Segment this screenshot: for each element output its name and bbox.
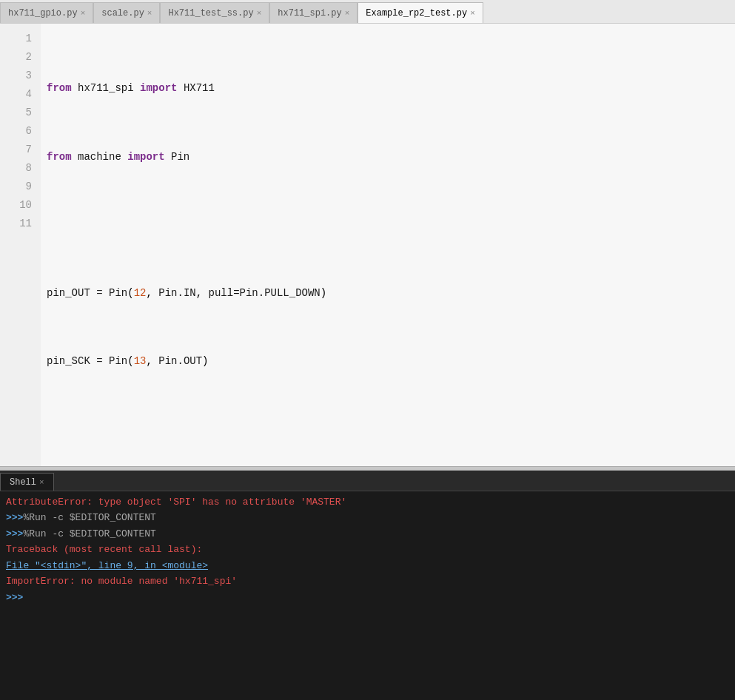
tab-close-icon[interactable]: × <box>345 9 350 18</box>
code-line-1: from hx711_spi import HX711 <box>41 79 735 98</box>
module-name: hx711_spi <box>78 80 134 96</box>
shell-import-error: ImportError: no module named 'hx711_spi' <box>6 573 729 589</box>
class-pin: Pin <box>171 149 189 165</box>
shell-prompt-2: >>> <box>6 526 23 542</box>
shell-prompt-1: >>> <box>6 510 23 525</box>
shell-cmd-2: %Run -c $EDITOR_CONTENT <box>23 526 155 542</box>
code-line-6 <box>41 420 735 439</box>
code-line-3 <box>41 216 735 235</box>
tab-label: hx711_spi.py <box>278 8 341 18</box>
shell-tab[interactable]: Shell × <box>0 473 54 491</box>
tab-hx711-gpio[interactable]: hx711_gpio.py × <box>0 2 93 23</box>
line-number: 1 <box>0 30 32 48</box>
shell-final-prompt: >>> <box>6 590 23 605</box>
class-ref-pin2: Pin <box>109 353 127 369</box>
shell-tab-bar: Shell × <box>0 471 735 491</box>
code-line-5: pin_SCK = Pin(13, Pin.OUT) <box>41 352 735 371</box>
tab-close-icon[interactable]: × <box>257 9 262 18</box>
paren-open2: ( <box>127 353 133 369</box>
tab-close-icon[interactable]: × <box>147 9 152 18</box>
keyword-from: from <box>47 149 72 165</box>
var-pin-sck: pin_SCK <box>47 353 90 369</box>
paren-close: ) <box>320 285 326 301</box>
tab-label: Example_rp2_test.py <box>366 8 467 18</box>
paren-open: ( <box>127 285 133 301</box>
shell-traceback-header: Traceback (most recent call last): <box>6 542 729 557</box>
shell-tab-label: Shell <box>10 477 36 488</box>
tab-label: hx711_gpio.py <box>8 8 78 18</box>
pin-pull-down: Pin.PULL_DOWN <box>240 285 320 301</box>
tab-example-rp2[interactable]: Example_rp2_test.py × <box>358 2 483 23</box>
number-12: 12 <box>134 285 147 301</box>
line-number: 3 <box>0 67 32 85</box>
tab-close-icon[interactable]: × <box>470 9 475 18</box>
editor-area: 1 2 3 4 5 6 7 8 9 10 11 from hx711_spi i… <box>0 24 735 466</box>
shell-prompt-line-2: >>> %Run -c $EDITOR_CONTENT <box>6 526 729 542</box>
line-number: 11 <box>0 215 32 233</box>
equals: = <box>96 285 102 301</box>
keyword-import: import <box>127 149 164 165</box>
class-ref-pin: Pin <box>109 285 127 301</box>
tab-scale[interactable]: scale.py × <box>93 2 160 23</box>
shell-file-link[interactable]: File "<stdin>", line 9, in <module> <box>6 560 208 571</box>
code-line-4: pin_OUT = Pin(12, Pin.IN, pull=Pin.PULL_… <box>41 284 735 303</box>
line-number: 7 <box>0 141 32 159</box>
line-numbers: 1 2 3 4 5 6 7 8 9 10 11 <box>0 24 41 466</box>
keyword-import: import <box>140 80 177 96</box>
line-number: 6 <box>0 122 32 141</box>
code-line-2: from machine import Pin <box>41 147 735 166</box>
equals: = <box>96 353 102 369</box>
line-number: 4 <box>0 85 32 104</box>
code-editor[interactable]: from hx711_spi import HX711 from machine… <box>41 24 735 466</box>
tab-bar: hx711_gpio.py × scale.py × Hx711_test_ss… <box>0 0 735 24</box>
tab-label: Hx711_test_ss.py <box>168 8 253 18</box>
pin-out: Pin.OUT <box>158 353 202 369</box>
number-13: 13 <box>134 353 147 369</box>
line-number: 8 <box>0 159 32 178</box>
shell-cmd-1: %Run -c $EDITOR_CONTENT <box>23 510 155 525</box>
pin-in: Pin.IN <box>158 285 195 301</box>
tab-label: scale.py <box>101 8 144 18</box>
shell-tab-close-icon[interactable]: × <box>39 478 44 487</box>
tab-hx711-spi[interactable]: hx711_spi.py × <box>269 2 358 23</box>
shell-content[interactable]: AttributeError: type object 'SPI' has no… <box>0 491 735 700</box>
var-pin-out: pin_OUT <box>47 285 90 301</box>
comma: , <box>146 285 152 301</box>
eq: = <box>233 285 239 301</box>
shell-error-line: AttributeError: type object 'SPI' has no… <box>6 494 729 510</box>
shell-traceback-file: File "<stdin>", line 9, in <module> <box>6 558 729 573</box>
param-pull: pull <box>209 285 234 301</box>
paren-close2: ) <box>202 353 208 369</box>
comma2: , <box>196 285 202 301</box>
module-machine: machine <box>78 149 121 165</box>
line-number: 5 <box>0 104 32 122</box>
tab-hx711-test-ss[interactable]: Hx711_test_ss.py × <box>160 2 269 23</box>
keyword-from: from <box>47 80 72 96</box>
comma3: , <box>146 353 152 369</box>
shell-final-prompt-line: >>> <box>6 590 729 605</box>
line-number: 2 <box>0 48 32 67</box>
shell-prompt-line-1: >>> %Run -c $EDITOR_CONTENT <box>6 510 729 525</box>
class-name: HX711 <box>184 80 215 96</box>
line-number: 9 <box>0 178 32 196</box>
shell-area: Shell × AttributeError: type object 'SPI… <box>0 471 735 700</box>
tab-close-icon[interactable]: × <box>81 9 86 18</box>
line-number: 10 <box>0 196 32 215</box>
